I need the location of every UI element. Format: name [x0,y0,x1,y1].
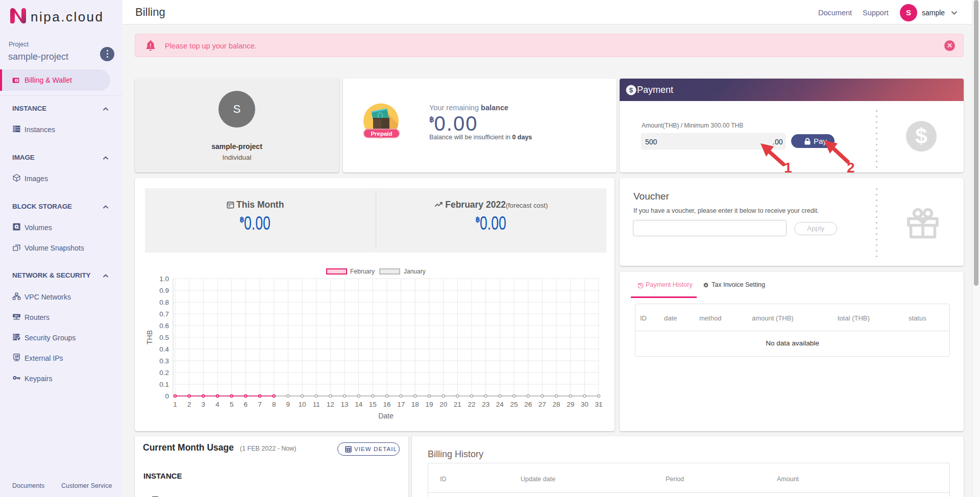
svg-text:26: 26 [524,401,532,408]
svg-text:27: 27 [538,401,546,408]
svg-text:24: 24 [496,401,504,408]
svg-text:0.1: 0.1 [159,381,169,388]
svg-text:17: 17 [397,401,405,408]
svg-text:22: 22 [468,401,475,408]
svg-text:0.7: 0.7 [159,310,169,318]
svg-text:0.6: 0.6 [159,322,169,330]
svg-text:13: 13 [340,401,348,408]
svg-text:31: 31 [595,401,602,408]
svg-text:1.0: 1.0 [159,275,169,283]
svg-text:0.4: 0.4 [159,345,169,353]
svg-text:8: 8 [272,401,276,408]
svg-text:2: 2 [847,160,855,172]
svg-text:30: 30 [581,401,589,408]
svg-text:$: $ [915,124,927,148]
svg-text:11: 11 [313,401,320,408]
svg-text:0: 0 [165,392,169,400]
svg-text:10: 10 [298,401,306,408]
svg-text:THB: THB [145,330,154,344]
svg-text:$: $ [629,86,633,94]
svg-text:4: 4 [215,401,219,408]
svg-text:6: 6 [244,401,248,408]
svg-text:12: 12 [327,401,334,408]
svg-text:29: 29 [567,401,574,408]
svg-text:16: 16 [383,401,390,408]
svg-text:19: 19 [425,401,433,408]
svg-text:28: 28 [552,401,560,408]
svg-text:2: 2 [187,401,191,408]
svg-text:15: 15 [369,401,377,408]
svg-text:25: 25 [510,401,518,408]
svg-text:Prepaid: Prepaid [371,131,392,137]
svg-text:5: 5 [230,401,234,408]
svg-text:20: 20 [439,401,447,408]
svg-text:14: 14 [355,401,363,408]
svg-text:3: 3 [202,401,206,408]
svg-text:1: 1 [173,401,177,408]
svg-text:0.8: 0.8 [159,299,169,306]
svg-text:21: 21 [454,401,461,408]
svg-text:0.9: 0.9 [159,287,169,294]
svg-text:9: 9 [286,401,290,408]
svg-text:23: 23 [482,401,489,408]
svg-text:18: 18 [411,401,419,408]
svg-text:1: 1 [784,160,792,172]
svg-text:0.2: 0.2 [159,369,169,377]
svg-text:0.5: 0.5 [159,334,169,341]
svg-text:0.3: 0.3 [159,357,169,365]
svg-text:7: 7 [258,401,262,408]
svg-text:Date: Date [378,412,394,420]
